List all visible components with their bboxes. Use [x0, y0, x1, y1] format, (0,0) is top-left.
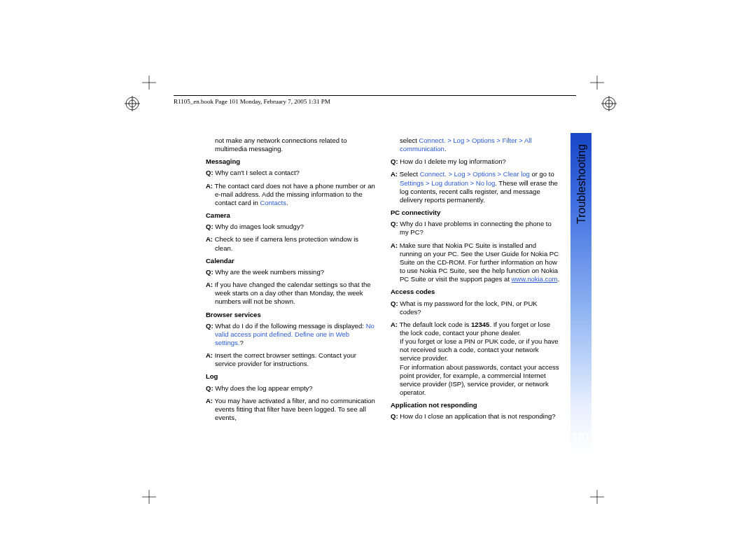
access-q: Q: What is my password for the lock, PIN… — [391, 300, 560, 316]
app-q: Q: How do I close an application that is… — [391, 412, 560, 421]
messaging-q-text: Why can't I select a contact? — [215, 169, 300, 176]
section-title-vertical: Troubleshooting — [575, 133, 588, 259]
section-app-not-responding: Application not responding — [391, 401, 560, 409]
camera-a: A: Check to see if camera lens protectio… — [206, 235, 375, 252]
section-pc-connectivity: PC connectivity — [391, 209, 560, 217]
access-a: A: The default lock code is 12345. If yo… — [391, 321, 560, 397]
section-access-codes: Access codes — [391, 288, 560, 296]
crop-mark-top-right-icon — [590, 76, 604, 90]
nokia-link[interactable]: www.nokia.com — [511, 275, 557, 283]
log-a: A: You may have activated a filter, and … — [206, 397, 375, 422]
pc-q: Q: Why do I have problems in connecting … — [391, 220, 560, 237]
intro-continuation: not make any network connections related… — [206, 136, 375, 153]
log-a2: A: Select Connect. > Log > Options > Cle… — [391, 170, 560, 204]
printer-registration-mark-left — [125, 96, 140, 111]
default-lock-code: 12345 — [471, 321, 489, 328]
calendar-a: A: If you have changed the calendar sett… — [206, 281, 375, 306]
log-q: Q: Why does the log appear empty? — [206, 384, 375, 393]
contacts-link[interactable]: Contacts — [260, 199, 286, 206]
q-label: Q: — [206, 169, 214, 176]
header-rule — [174, 95, 576, 96]
camera-q: Q: Why do images look smudgy? — [206, 223, 375, 231]
section-calendar: Calendar — [206, 257, 375, 265]
page-number: 101 — [570, 431, 592, 444]
a-label: A: — [206, 182, 213, 190]
section-log: Log — [206, 372, 375, 381]
browser-q: Q: What do I do if the following message… — [206, 322, 375, 347]
section-messaging: Messaging — [206, 157, 375, 166]
browser-a: A: Insert the correct browser settings. … — [206, 351, 375, 368]
messaging-a-pre: The contact card does not have a phone n… — [215, 182, 375, 206]
printer-registration-mark-right — [601, 96, 617, 111]
column-right: select Connect. > Log > Options > Filter… — [391, 136, 560, 426]
filter-all-link[interactable]: Connect. > Log > Options > Filter > All … — [400, 136, 532, 153]
running-head: R1105_en.book Page 101 Monday, February … — [174, 98, 330, 105]
section-camera: Camera — [206, 211, 375, 220]
pc-a: A: Make sure that Nokia PC Suite is inst… — [391, 241, 560, 284]
log-q2: Q: How do I delete my log information? — [391, 157, 560, 166]
crop-mark-bottom-right-icon — [590, 490, 604, 504]
section-browser: Browser services — [206, 311, 375, 319]
messaging-a: A: The contact card does not have a phon… — [206, 182, 375, 207]
messaging-a-post: . — [286, 199, 288, 206]
column-left: not make any network connections related… — [206, 136, 375, 426]
calendar-q: Q: Why are the week numbers missing? — [206, 268, 375, 276]
crop-mark-top-left-icon — [142, 76, 156, 90]
manual-page: R1105_en.book Page 101 Monday, February … — [0, 0, 756, 534]
messaging-q: Q: Why can't I select a contact? — [206, 169, 375, 177]
crop-mark-bottom-left-icon — [142, 490, 156, 504]
clear-log-link[interactable]: Connect. > Log > Options > Clear log — [420, 170, 530, 178]
no-log-link[interactable]: Settings > Log duration > No log — [400, 179, 495, 187]
log-a-cont: select Connect. > Log > Options > Filter… — [391, 136, 560, 153]
